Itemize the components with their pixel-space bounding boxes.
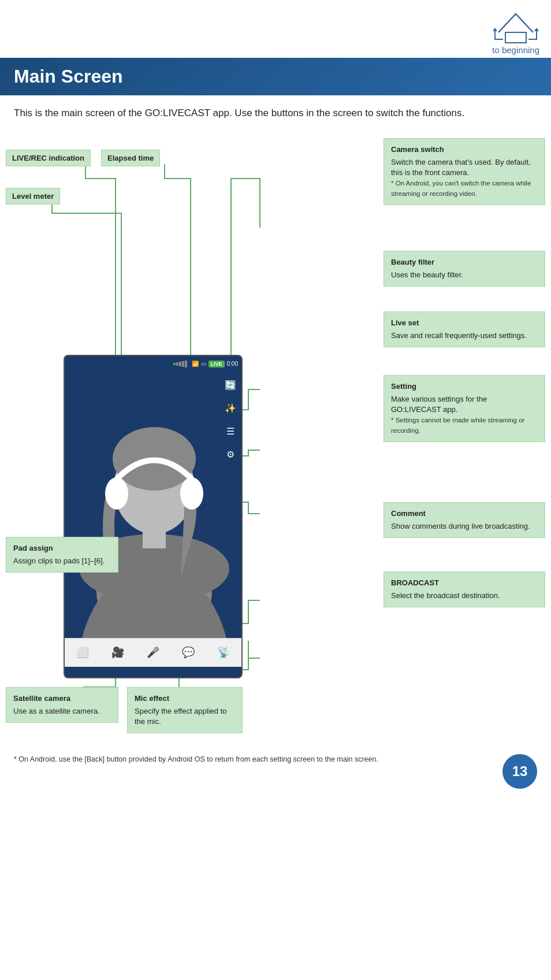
phone-mockup: 📶 ▭ LIVE 0:00 bbox=[64, 355, 243, 678]
camera-switch-icon: 🔄 bbox=[223, 378, 238, 393]
phone-status-bar: 📶 ▭ LIVE 0:00 bbox=[65, 356, 241, 372]
comment-title: Comment bbox=[391, 508, 538, 519]
camera-switch-note: * On Android, you can't switch the camer… bbox=[391, 180, 531, 197]
settings-icon: ⚙ bbox=[223, 447, 238, 462]
level-meter-label: Level meter bbox=[6, 188, 60, 205]
camera-switch-box: Camera switch Switch the camera that's u… bbox=[384, 138, 545, 206]
live-rec-label: LIVE/REC indication bbox=[6, 150, 91, 166]
satellite-camera-icon: 🎥 bbox=[111, 646, 124, 659]
beauty-filter-box: Beauty filter Uses the beauty filter. bbox=[384, 251, 545, 287]
wifi-icon: 📶 bbox=[192, 361, 199, 367]
live-badge: LIVE bbox=[209, 361, 225, 368]
live-set-box: Live set Save and recall frequently-used… bbox=[384, 311, 545, 347]
mic-effect-box: Mic effect Specify the effect applied to… bbox=[127, 687, 243, 734]
page-header: Main Screen bbox=[0, 58, 551, 95]
comment-icon: 💬 bbox=[182, 646, 195, 659]
page-title: Main Screen bbox=[14, 66, 537, 87]
mic-effect-title: Mic effect bbox=[135, 693, 235, 704]
satellite-camera-title: Satellite camera bbox=[13, 693, 111, 704]
beauty-filter-title: Beauty filter bbox=[391, 257, 538, 268]
live-set-icon: ☰ bbox=[223, 424, 238, 439]
diagram-wrapper: LIVE/REC indication Elapsed time Level m… bbox=[0, 132, 551, 739]
level-bars bbox=[173, 361, 187, 368]
broadcast-icon: 📡 bbox=[217, 646, 230, 659]
battery-icon: ▭ bbox=[201, 361, 206, 367]
pad-assign-title: Pad assign bbox=[13, 543, 111, 554]
comment-desc: Show comments during live broadcasting. bbox=[391, 522, 530, 530]
setting-note: * Settings cannot be made while streamin… bbox=[391, 417, 524, 434]
beauty-filter-desc: Uses the beauty filter. bbox=[391, 270, 463, 279]
setting-desc: Make various settings for the GO:LIVECAS… bbox=[391, 395, 487, 414]
elapsed-time-label: Elapsed time bbox=[101, 150, 160, 166]
svg-point-7 bbox=[180, 477, 203, 510]
to-beginning-button[interactable]: to beginning bbox=[492, 9, 539, 55]
mic-icon: 🎤 bbox=[147, 646, 159, 659]
footer-note: * On Android, use the [Back] button prov… bbox=[14, 754, 493, 765]
pad-assign-desc: Assign clips to pads [1]–[6]. bbox=[13, 556, 105, 565]
setting-box: Setting Make various settings for the GO… bbox=[384, 375, 545, 443]
broadcast-box: BROADCAST Select the broadcast destinati… bbox=[384, 571, 545, 607]
svg-rect-8 bbox=[143, 525, 166, 548]
setting-title: Setting bbox=[391, 381, 538, 392]
intro-text: This is the main screen of the GO:LIVECA… bbox=[0, 106, 551, 121]
pad-assign-box: Pad assign Assign clips to pads [1]–[6]. bbox=[6, 537, 118, 573]
camera-switch-title: Camera switch bbox=[391, 144, 538, 155]
svg-rect-0 bbox=[505, 32, 526, 43]
phone-icons: 🔄 ✨ ☰ ⚙ bbox=[223, 378, 238, 462]
phone-bottom-bar: ⬜ 🎥 🎤 💬 📡 bbox=[65, 638, 241, 667]
page-container: to beginning Main Screen This is the mai… bbox=[0, 0, 551, 795]
page-footer: * On Android, use the [Back] button prov… bbox=[0, 745, 551, 795]
live-set-desc: Save and recall frequently-used settings… bbox=[391, 331, 527, 340]
broadcast-title: BROADCAST bbox=[391, 578, 538, 588]
mic-effect-desc: Specify the effect applied to the mic. bbox=[135, 707, 226, 726]
page-number: 13 bbox=[502, 754, 537, 789]
pad-icon: ⬜ bbox=[76, 646, 89, 659]
comment-box: Comment Show comments during live broadc… bbox=[384, 502, 545, 538]
elapsed-time-display: 0:00 bbox=[227, 361, 238, 367]
live-set-title: Live set bbox=[391, 318, 538, 328]
broadcast-desc: Select the broadcast destination. bbox=[391, 591, 500, 600]
satellite-camera-desc: Use as a satellite camera. bbox=[13, 707, 100, 715]
to-beginning-text: to beginning bbox=[492, 45, 539, 55]
svg-point-6 bbox=[105, 477, 128, 510]
person-silhouette bbox=[65, 372, 241, 638]
camera-switch-desc: Switch the camera that's used. By defaul… bbox=[391, 158, 531, 177]
house-icon bbox=[493, 9, 539, 44]
top-nav: to beginning bbox=[0, 0, 551, 58]
satellite-camera-box: Satellite camera Use as a satellite came… bbox=[6, 687, 118, 723]
phone-body: 🔄 ✨ ☰ ⚙ bbox=[65, 372, 241, 638]
beauty-filter-icon: ✨ bbox=[223, 401, 238, 416]
